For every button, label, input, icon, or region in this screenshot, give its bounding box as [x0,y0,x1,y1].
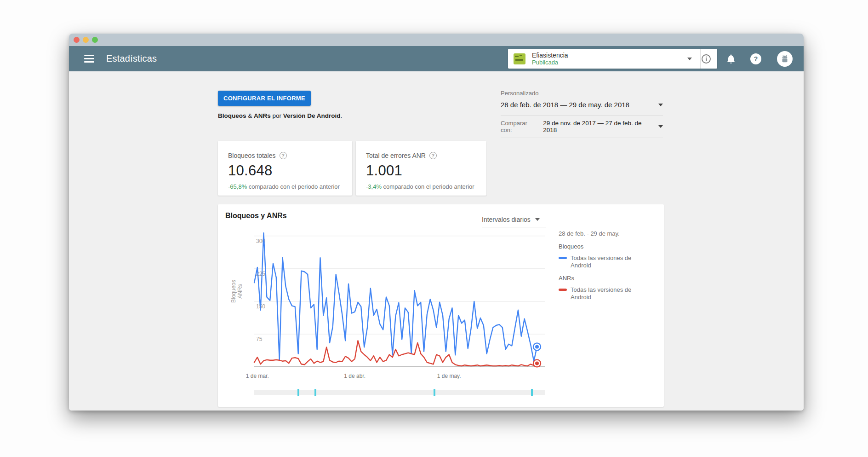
timeline-tick [314,389,316,396]
configure-report-button[interactable]: CONFIGURAR EL INFORME [218,91,311,106]
chart-legend: 28 de feb. - 29 de may. Bloqueos Todas l… [559,230,646,307]
card-title: Bloqueos totales [228,152,276,159]
app-window: Estadísticas Efiasistencia Publicada [69,34,804,411]
date-range-selector[interactable]: 28 de feb. de 2018 — 29 de may. de 2018 [501,101,663,109]
interval-selector[interactable]: Intervalos diarios [482,212,546,227]
anr-total-card: Total de errores ANR ? 1.001 -3,4% compa… [356,141,486,196]
page-content: CONFIGURAR EL INFORME Bloqueos & ANRs po… [69,71,804,411]
crashes-total-value: 10.648 [228,162,352,179]
compare-range-selector[interactable]: Comparar con: 29 de nov. de 2017 — 27 de… [501,116,663,138]
date-range-type-label: Personalizado [501,90,663,97]
svg-text:75: 75 [256,336,263,342]
legend-period: 28 de feb. - 29 de may. [559,230,646,237]
help-circle-icon[interactable]: ? [429,152,437,159]
line-chart: 751502253001 de mar.1 de abr.1 de may.Bl… [229,231,551,383]
app-name: Efiasistencia [532,52,568,59]
svg-text:1 de mar.: 1 de mar. [246,373,269,379]
legend-item-crashes: Todas las versiones de Android [559,255,646,269]
svg-text:1 de may.: 1 de may. [437,373,461,379]
info-icon[interactable] [701,53,712,64]
crashes-total-card: Bloqueos totales ? 10.648 -65,8% compara… [218,141,352,196]
maximize-window-icon[interactable] [92,37,98,43]
chevron-down-icon[interactable] [687,58,692,60]
app-icon [514,53,525,64]
app-status: Publicada [532,59,568,66]
chart-timeline-scrollbar[interactable] [254,390,545,395]
legend-group-anrs: ANRs [559,275,646,282]
legend-group-crashes: Bloqueos [559,243,646,250]
timeline-tick [297,389,299,396]
compare-range-value: 29 de nov. de 2017 — 27 de feb. de 2018 [543,120,655,133]
crashes-delta: -65,8% comparado con el periodo anterior [228,183,352,190]
help-circle-icon[interactable]: ? [280,152,287,159]
window-titlebar [69,34,804,46]
app-selector[interactable]: Efiasistencia Publicada [508,49,717,69]
timeline-tick [531,389,533,396]
date-range-value: 28 de feb. de 2018 — 29 de may. de 2018 [501,101,629,109]
svg-text:Bloqueos: Bloqueos [230,280,237,303]
minimize-window-icon[interactable] [83,37,89,43]
header-actions: Efiasistencia Publicada [508,46,804,71]
timeline-tick [434,389,435,396]
svg-text:ANRs: ANRs [237,284,243,298]
notifications-bell-icon[interactable] [717,53,745,64]
close-window-icon[interactable] [74,37,80,43]
anr-delta: -3,4% comparado con el periodo anterior [366,183,486,190]
legend-item-anrs: Todas las versiones de Android [559,286,646,301]
app-header-bar: Estadísticas Efiasistencia Publicada [69,46,804,71]
svg-text:1 de abr.: 1 de abr. [344,373,365,379]
crashes-anrs-chart-card: Bloqueos y ANRs Intervalos diarios 75150… [218,204,664,407]
crashes-series-swatch [559,257,567,259]
menu-icon[interactable] [84,55,94,63]
chevron-down-icon [535,218,540,221]
card-title: Total de errores ANR [366,152,426,159]
svg-text:?: ? [754,55,758,63]
report-description: Bloqueos & ANRs por Versión De Android. [218,112,342,119]
anr-total-value: 1.001 [366,162,486,179]
compare-label: Comparar con: [501,120,539,133]
page-title: Estadísticas [106,53,157,64]
anrs-series-swatch [559,289,567,291]
chart-title: Bloqueos y ANRs [225,212,287,220]
account-avatar[interactable] [777,51,793,67]
chevron-down-icon [658,125,663,128]
chevron-down-icon [658,104,663,106]
help-icon[interactable]: ? [745,53,767,65]
date-range-panel: Personalizado 28 de feb. de 2018 — 29 de… [501,90,663,138]
